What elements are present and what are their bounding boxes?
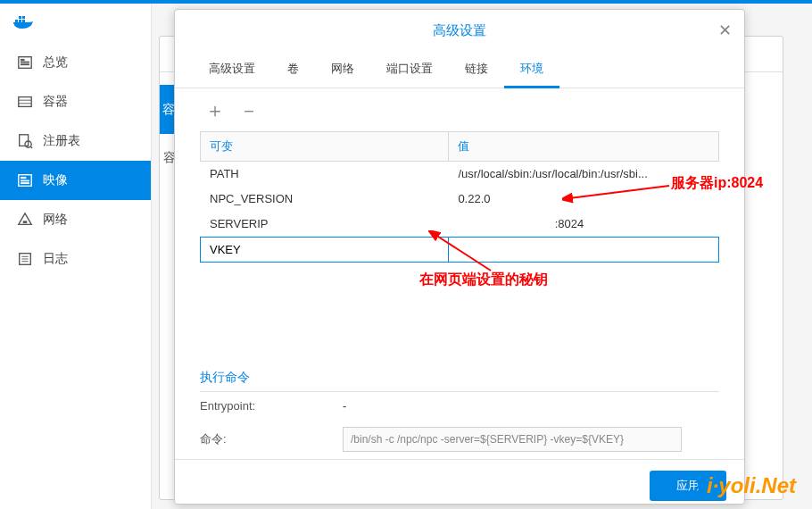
add-button[interactable]: ＋ (200, 99, 230, 121)
registry-icon (16, 132, 34, 150)
svg-rect-12 (20, 135, 29, 146)
header-value[interactable]: 值 (449, 132, 718, 161)
svg-rect-9 (19, 97, 31, 107)
sidebar: 总览 容器 注册表 映像 网络 日志 (0, 4, 152, 509)
sidebar-item-label: 映像 (43, 172, 68, 188)
entrypoint-value: - (343, 399, 346, 413)
svg-rect-7 (21, 62, 29, 63)
table-row[interactable]: SERVERIP :8024 (200, 212, 719, 237)
env-table: 可变 值 PATH /usr/local/sbin:/usr/local/bin… (175, 131, 744, 263)
env-val-input[interactable] (458, 243, 709, 256)
tabs: 高级设置 卷 网络 端口设置 链接 环境 (175, 52, 744, 88)
svg-rect-3 (19, 16, 21, 19)
svg-rect-6 (21, 59, 25, 60)
log-icon (16, 250, 34, 268)
sidebar-item-container[interactable]: 容器 (0, 82, 151, 121)
apply-button[interactable]: 应用 (650, 471, 726, 501)
env-key-input[interactable] (210, 243, 439, 256)
svg-rect-1 (19, 20, 21, 22)
modal-title: 高级设置 ✕ (175, 10, 744, 48)
tab-network[interactable]: 网络 (315, 52, 370, 88)
sidebar-item-label: 容器 (43, 94, 68, 110)
remove-button[interactable]: － (234, 99, 264, 121)
svg-rect-16 (21, 177, 26, 178)
cmd-input[interactable] (343, 427, 682, 452)
tab-advanced[interactable]: 高级设置 (193, 52, 271, 88)
sidebar-item-label: 注册表 (43, 133, 80, 149)
table-row-selected[interactable] (200, 237, 719, 263)
entrypoint-label: Entrypoint: (200, 399, 343, 413)
svg-rect-2 (22, 20, 25, 22)
svg-rect-18 (21, 183, 29, 184)
tab-port[interactable]: 端口设置 (370, 52, 449, 88)
table-row[interactable]: PATH /usr/local/sbin:/usr/local/bin:/usr… (200, 162, 719, 187)
tab-volume[interactable]: 卷 (271, 52, 315, 88)
sidebar-item-overview[interactable]: 总览 (0, 43, 151, 82)
network-icon (16, 211, 34, 229)
sidebar-item-label: 总览 (43, 54, 68, 71)
cmd-label: 命令: (200, 431, 343, 447)
tab-link[interactable]: 链接 (449, 52, 504, 88)
sidebar-item-label: 网络 (43, 212, 68, 228)
sidebar-item-image[interactable]: 映像 (0, 161, 151, 200)
overview-icon (16, 54, 34, 71)
svg-rect-4 (22, 16, 25, 19)
sidebar-item-label: 日志 (43, 251, 68, 267)
env-toolbar: ＋ － (175, 88, 744, 131)
tab-env[interactable]: 环境 (504, 52, 559, 88)
close-icon[interactable]: ✕ (718, 21, 732, 40)
container-icon (16, 93, 34, 111)
docker-logo (0, 4, 151, 43)
sidebar-item-registry[interactable]: 注册表 (0, 121, 151, 161)
exec-section-title: 执行命令 (200, 370, 719, 392)
svg-rect-8 (21, 64, 29, 65)
table-row[interactable]: NPC_VERSION 0.22.0 (200, 187, 719, 212)
sidebar-item-log[interactable]: 日志 (0, 239, 151, 279)
image-icon (16, 171, 34, 189)
svg-rect-0 (15, 20, 18, 22)
sidebar-item-network[interactable]: 网络 (0, 200, 151, 239)
header-variable[interactable]: 可变 (201, 132, 449, 161)
advanced-settings-modal: 高级设置 ✕ 高级设置 卷 网络 端口设置 链接 环境 ＋ － 可变 值 PAT… (174, 9, 745, 505)
svg-rect-17 (21, 180, 29, 181)
svg-line-14 (30, 146, 32, 148)
svg-rect-20 (23, 221, 27, 223)
